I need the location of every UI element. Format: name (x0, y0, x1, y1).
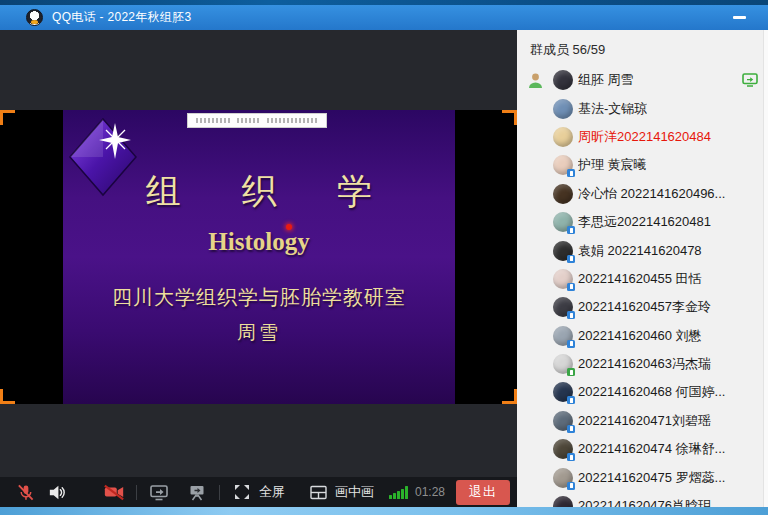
avatar (553, 127, 573, 147)
avatar (553, 241, 573, 261)
speaker-icon[interactable] (45, 481, 67, 503)
members-count-header: 群成员 56/59 (517, 30, 768, 59)
member-list-item[interactable]: 2022141620474 徐琳舒... (517, 435, 768, 463)
member-list: 组胚 周雪 基法-文锦琼 (517, 66, 768, 515)
member-list-item[interactable]: 李思远2022141620481 (517, 208, 768, 236)
network-signal-icon (389, 486, 408, 499)
fullscreen-icon (231, 481, 253, 503)
avatar (553, 326, 573, 346)
member-list-item[interactable]: 2022141620457李金玲 (517, 293, 768, 321)
avatar (553, 155, 573, 175)
video-corner-handle-top-right[interactable] (502, 110, 517, 125)
whiteboard-share-icon[interactable] (186, 481, 208, 503)
call-stage: 组 织 学 Histology 四川大学组织学与胚胎学教研室 周雪 (0, 30, 517, 507)
mobile-client-badge (567, 482, 575, 490)
member-name: 袁娟 2022141620478 (578, 242, 702, 260)
avatar (553, 70, 573, 90)
member-list-item[interactable]: 冷心怡 2022141620496... (517, 180, 768, 208)
member-list-item[interactable]: 护理 黄宸曦 (517, 151, 768, 179)
window-title: QQ电话 - 2022年秋组胚3 (52, 9, 192, 26)
member-list-item[interactable]: 2022141620471刘碧瑶 (517, 407, 768, 435)
screen-sharing-badge-icon (742, 73, 758, 87)
avatar (553, 99, 573, 119)
shared-screen-video[interactable]: 组 织 学 Histology 四川大学组织学与胚胎学教研室 周雪 (0, 110, 517, 404)
presentation-slide: 组 织 学 Histology 四川大学组织学与胚胎学教研室 周雪 (63, 110, 455, 404)
video-corner-handle-bottom-left[interactable] (0, 389, 15, 404)
avatar (553, 382, 573, 402)
active-speaker-icon (527, 72, 544, 89)
avatar (553, 354, 573, 374)
member-list-item[interactable]: 2022141620455 田恬 (517, 265, 768, 293)
member-list-item[interactable]: 周昕洋2022141620484 (517, 123, 768, 151)
exit-call-button[interactable]: 退出 (456, 480, 510, 505)
call-duration: 01:28 (415, 485, 445, 499)
member-list-item[interactable]: 袁娟 2022141620478 (517, 236, 768, 264)
call-toolbar: 全屏 画中画 01:28 退出 (0, 477, 517, 507)
camera-muted-icon[interactable] (103, 481, 125, 503)
pip-icon (307, 481, 329, 503)
member-list-item[interactable]: 基法-文锦琼 (517, 94, 768, 122)
member-name: 2022141620471刘碧瑶 (578, 412, 711, 430)
members-scrollbar[interactable] (763, 30, 768, 507)
mobile-client-badge (567, 255, 575, 263)
avatar (553, 468, 573, 488)
member-name: 冷心怡 2022141620496... (578, 185, 725, 203)
member-name: 2022141620468 何国婷... (578, 383, 725, 401)
video-corner-handle-bottom-right[interactable] (502, 389, 517, 404)
mobile-client-badge (567, 368, 575, 376)
titlebar: QQ电话 - 2022年秋组胚3 (0, 5, 768, 30)
window-bottom-edge (0, 507, 768, 515)
mobile-client-badge (567, 453, 575, 461)
avatar (553, 297, 573, 317)
slide-top-banner (187, 113, 327, 128)
member-list-item[interactable]: 组胚 周雪 (517, 66, 768, 94)
member-list-item[interactable]: 2022141620468 何国婷... (517, 378, 768, 406)
mobile-client-badge (567, 425, 575, 433)
member-name: 2022141620475 罗熠蕊... (578, 469, 725, 487)
member-name: 护理 黄宸曦 (578, 156, 647, 174)
minimize-button[interactable] (724, 5, 754, 30)
member-name: 2022141620455 田恬 (578, 270, 702, 288)
member-name: 李思远2022141620481 (578, 213, 711, 231)
mic-muted-icon[interactable] (14, 481, 36, 503)
member-name: 2022141620457李金玲 (578, 298, 711, 316)
member-name: 基法-文锦琼 (578, 100, 647, 118)
member-name: 周昕洋2022141620484 (578, 128, 711, 146)
avatar (553, 212, 573, 232)
member-list-item[interactable]: 2022141620463冯杰瑞 (517, 350, 768, 378)
avatar (553, 411, 573, 431)
mobile-client-badge (567, 283, 575, 291)
pip-button[interactable]: 画中画 (307, 481, 374, 503)
avatar (553, 269, 573, 289)
mobile-client-badge (567, 169, 575, 177)
member-name: 2022141620460 刘懋 (578, 327, 702, 345)
qq-call-window: QQ电话 - 2022年秋组胚3 (0, 0, 768, 515)
mobile-client-badge (567, 396, 575, 404)
member-name: 组胚 周雪 (578, 71, 634, 89)
fullscreen-button[interactable]: 全屏 (231, 481, 285, 503)
slide-subtitle: Histology (63, 228, 455, 256)
member-list-item[interactable]: 2022141620475 罗熠蕊... (517, 463, 768, 491)
slide-title: 组 织 学 (63, 168, 455, 215)
mobile-client-badge (567, 226, 575, 234)
member-name: 2022141620474 徐琳舒... (578, 440, 725, 458)
member-list-item[interactable]: 2022141620460 刘懋 (517, 322, 768, 350)
slide-presenter: 周雪 (63, 320, 455, 346)
members-panel: 群成员 56/59 组胚 周雪 基法-文锦琼 (517, 30, 768, 507)
mobile-client-badge (567, 340, 575, 348)
avatar (553, 184, 573, 204)
video-corner-handle-top-left[interactable] (0, 110, 15, 125)
screen-share-icon[interactable] (148, 481, 170, 503)
slide-department: 四川大学组织学与胚胎学教研室 (63, 284, 455, 311)
avatar (553, 439, 573, 459)
qq-logo-icon (26, 9, 43, 26)
mobile-client-badge (567, 311, 575, 319)
member-name: 2022141620463冯杰瑞 (578, 355, 711, 373)
